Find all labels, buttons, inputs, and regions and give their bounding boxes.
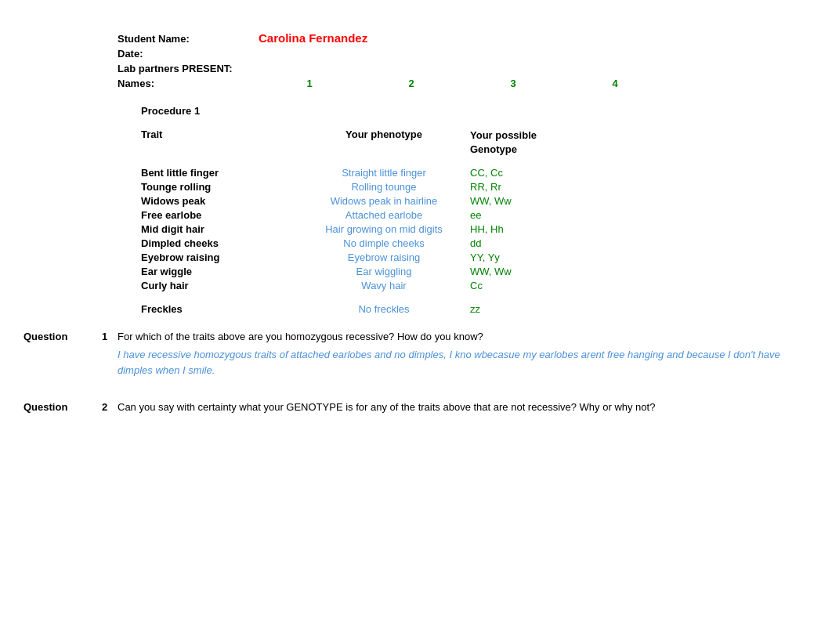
name-num-2: 2 xyxy=(360,78,462,89)
names-numbers: 1 2 3 4 xyxy=(259,78,666,89)
question-2-content: Can you say with certainty what your GEN… xyxy=(118,401,808,418)
phenotype-tongue-rolling: Rolling tounge xyxy=(298,181,470,193)
freckles-row: Freckles No freckles zz xyxy=(141,303,808,315)
lab-partners-row: Lab partners PRESENT: xyxy=(118,63,808,74)
trait-bent-finger: Bent little finger xyxy=(141,167,298,179)
trait-widows-peak: Widows peak xyxy=(141,195,298,207)
question-2-text: Can you say with certainty what your GEN… xyxy=(118,401,808,413)
question-2-label: Question xyxy=(24,401,102,418)
table-header: Trait Your phenotype Your possible Genot… xyxy=(141,128,808,157)
genotype-ear-wiggle: WW, Ww xyxy=(470,266,627,277)
procedure-section: Procedure 1 Trait Your phenotype Your po… xyxy=(141,105,808,315)
table-row: Dimpled cheeks No dimple cheeks dd xyxy=(141,237,808,249)
question-1-content: For which of the traits above are you ho… xyxy=(118,331,808,378)
trait-ear-wiggle: Ear wiggle xyxy=(141,266,298,277)
trait-free-earlobe: Free earlobe xyxy=(141,209,298,221)
question-1-num: 1 xyxy=(102,331,118,378)
trait-tongue-rolling: Tounge rolling xyxy=(141,181,298,193)
table-row: Mid digit hair Hair growing on mid digit… xyxy=(141,223,808,235)
question-2-num: 2 xyxy=(102,401,118,418)
lab-partners-label: Lab partners PRESENT: xyxy=(118,63,259,74)
phenotype-freckles: No freckles xyxy=(298,303,470,315)
phenotype-bent-finger: Straight little finger xyxy=(298,167,470,179)
question-1-answer: I have recessive homozygous traits of at… xyxy=(118,347,808,378)
table-row: Widows peak Widows peak in hairline WW, … xyxy=(141,195,808,207)
procedure-title: Procedure 1 xyxy=(141,105,808,117)
table-row: Bent little finger Straight little finge… xyxy=(141,167,808,179)
genotype-freckles: zz xyxy=(470,303,627,315)
col-phenotype-header: Your phenotype xyxy=(298,128,470,157)
name-num-1: 1 xyxy=(259,78,360,89)
header-section: Student Name: Carolina Fernandez Date: L… xyxy=(118,31,808,89)
trait-freckles: Freckles xyxy=(141,303,298,315)
col-genotype-line2: Genotype xyxy=(470,143,627,157)
genotype-dimpled-cheeks: dd xyxy=(470,237,627,249)
names-row: Names: 1 2 3 4 xyxy=(118,78,808,89)
trait-eyebrow-raising: Eyebrow raising xyxy=(141,251,298,263)
phenotype-eyebrow-raising: Eyebrow raising xyxy=(298,251,470,263)
col-genotype-line1: Your possible xyxy=(470,128,627,143)
trait-dimpled-cheeks: Dimpled cheeks xyxy=(141,237,298,249)
names-label: Names: xyxy=(118,78,259,89)
student-name-row: Student Name: Carolina Fernandez xyxy=(118,31,808,45)
genotype-tongue-rolling: RR, Rr xyxy=(470,181,627,193)
table-row: Eyebrow raising Eyebrow raising YY, Yy xyxy=(141,251,808,263)
trait-mid-digit: Mid digit hair xyxy=(141,223,298,235)
phenotype-mid-digit: Hair growing on mid digits xyxy=(298,223,470,235)
question-1-text: For which of the traits above are you ho… xyxy=(118,331,808,342)
student-name-value: Carolina Fernandez xyxy=(259,31,367,45)
genotype-curly-hair: Cc xyxy=(470,280,627,291)
table-row: Ear wiggle Ear wiggling WW, Ww xyxy=(141,266,808,277)
trait-curly-hair: Curly hair xyxy=(141,280,298,291)
table-row: Curly hair Wavy hair Cc xyxy=(141,280,808,291)
phenotype-widows-peak: Widows peak in hairline xyxy=(298,195,470,207)
genotype-mid-digit: HH, Hh xyxy=(470,223,627,235)
genotype-eyebrow-raising: YY, Yy xyxy=(470,251,627,263)
date-label: Date: xyxy=(118,48,259,60)
genotype-bent-finger: CC, Cc xyxy=(470,167,627,179)
student-name-label: Student Name: xyxy=(118,33,259,45)
phenotype-free-earlobe: Attached earlobe xyxy=(298,209,470,221)
phenotype-curly-hair: Wavy hair xyxy=(298,280,470,291)
genotype-free-earlobe: ee xyxy=(470,209,627,221)
question-1-section: Question 1 For which of the traits above… xyxy=(24,331,808,378)
table-row: Free earlobe Attached earlobe ee xyxy=(141,209,808,221)
genotype-widows-peak: WW, Ww xyxy=(470,195,627,207)
table-row: Tounge rolling Rolling tounge RR, Rr xyxy=(141,181,808,193)
phenotype-dimpled-cheeks: No dimple cheeks xyxy=(298,237,470,249)
date-row: Date: xyxy=(118,48,808,60)
question-1-label: Question xyxy=(24,331,102,378)
name-num-4: 4 xyxy=(564,78,666,89)
phenotype-ear-wiggle: Ear wiggling xyxy=(298,266,470,277)
col-genotype-header: Your possible Genotype xyxy=(470,128,627,157)
col-trait-header: Trait xyxy=(141,128,298,157)
name-num-3: 3 xyxy=(462,78,564,89)
question-2-section: Question 2 Can you say with certainty wh… xyxy=(24,401,808,418)
